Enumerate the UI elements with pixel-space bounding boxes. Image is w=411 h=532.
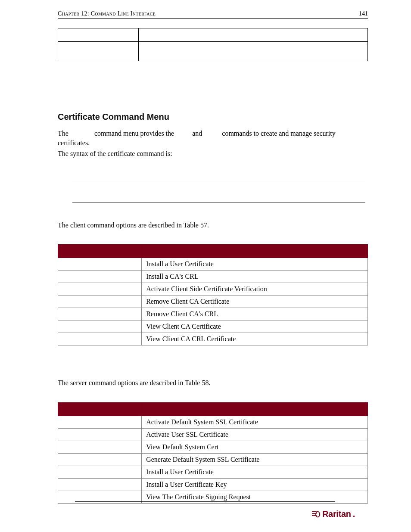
table-row: Generate Default System SSL Certificate (58, 453, 368, 466)
table-cell-option (58, 478, 142, 491)
table-row (58, 28, 368, 42)
table-cell-description: View Client CA Certificate (142, 320, 368, 333)
table-row: Activate Default System SSL Certificate (58, 416, 368, 428)
table-cell-option (58, 283, 142, 296)
footer-rule (75, 501, 335, 502)
table-row (58, 42, 368, 61)
table-row: Install a User Certificate Key (58, 478, 368, 491)
table-header-cell (58, 245, 142, 258)
chapter-title: Chapter 12: Command Line Interface (58, 10, 156, 17)
table-header-row (58, 245, 368, 258)
table-row: View Client CA CRL Certificate (58, 333, 368, 345)
table-header-cell (58, 402, 142, 416)
text-fragment: The (58, 130, 70, 137)
table-cell-option (58, 333, 142, 345)
table-header-cell (142, 245, 368, 258)
page-number: 141 (359, 10, 368, 17)
running-header: Chapter 12: Command Line Interface 141 (58, 10, 368, 19)
table-row: Remove Client CA Certificate (58, 296, 368, 308)
table-cell-option (58, 271, 142, 283)
table-cell-option (58, 296, 142, 308)
table-cell-option (58, 308, 142, 320)
syntax-intro: The syntax of the certificate command is… (58, 149, 368, 159)
table-row: Install a CA's CRL (58, 271, 368, 283)
table-cell-description: Remove Client CA Certificate (142, 296, 368, 308)
table-cell-option (58, 428, 142, 441)
table-cell-option (58, 453, 142, 466)
table-row: Install a User Certificate (58, 466, 368, 478)
table-row: Install a User Certificate (58, 258, 368, 271)
raritan-logo-icon (311, 510, 321, 518)
table-cell-description: Generate Default System SSL Certificate (142, 453, 368, 466)
empty-table-top (58, 28, 368, 61)
table-row: Activate Client Side Certificate Verific… (58, 283, 368, 296)
server-options-intro: The server command options are described… (58, 378, 368, 388)
table-cell-option (58, 441, 142, 453)
brand-logo-block: Raritan. (311, 509, 355, 519)
table-cell-description: Install a User Certificate (142, 258, 368, 271)
table-cell-description: Activate Default System SSL Certificate (142, 416, 368, 428)
table-row: View Default System Cert (58, 441, 368, 453)
table-cell-description: Remove Client CA's CRL (142, 308, 368, 320)
table-cell-option (58, 466, 142, 478)
table-cell-description: Activate User SSL Certificate (142, 428, 368, 441)
table-cell-description: Install a CA's CRL (142, 271, 368, 283)
table-cell-description: Install a User Certificate Key (142, 478, 368, 491)
intro-paragraph: The command menu provides the and comman… (58, 129, 368, 147)
table-cell-description: View Client CA CRL Certificate (142, 333, 368, 345)
table-cell-description: View Default System Cert (142, 441, 368, 453)
client-options-intro: The client command options are described… (58, 221, 368, 230)
table-cell-option (58, 258, 142, 271)
text-fragment: and (192, 130, 204, 137)
table-cell-option (58, 416, 142, 428)
svg-point-0 (316, 511, 320, 517)
table-header-cell (142, 402, 368, 416)
brand-name: Raritan (322, 509, 351, 519)
text-fragment: command menu provides the (94, 130, 176, 137)
table-row: Activate User SSL Certificate (58, 428, 368, 441)
table-cell-description: Activate Client Side Certificate Verific… (142, 283, 368, 296)
table-57: Install a User CertificateInstall a CA's… (58, 244, 368, 345)
horizontal-rule (72, 202, 365, 202)
table-row: Remove Client CA's CRL (58, 308, 368, 320)
section-heading: Certificate Command Menu (58, 112, 368, 122)
table-header-row (58, 402, 368, 416)
table-58: Activate Default System SSL CertificateA… (58, 402, 368, 504)
table-cell-option (58, 320, 142, 333)
table-row: View Client CA Certificate (58, 320, 368, 333)
syntax-rules-block (72, 182, 365, 202)
table-cell-description: Install a User Certificate (142, 466, 368, 478)
page: Chapter 12: Command Line Interface 141 C… (0, 0, 411, 532)
brand-dot: . (353, 509, 355, 519)
